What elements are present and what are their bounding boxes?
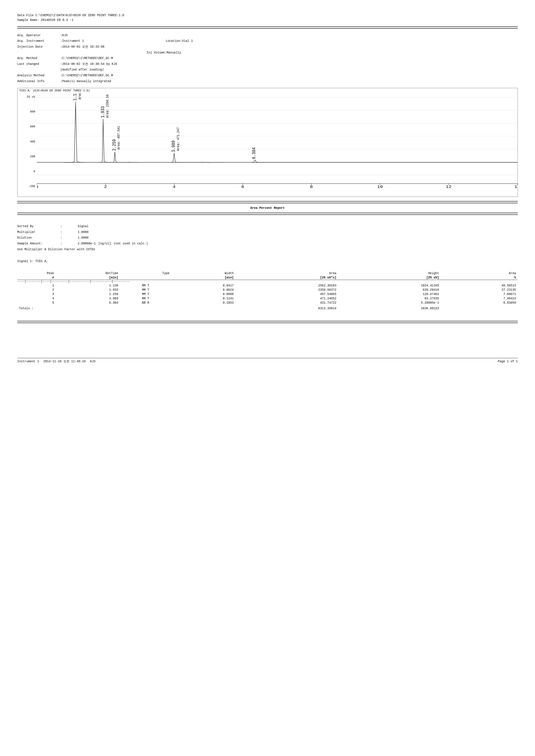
peak-rettime: 1.933 xyxy=(56,288,120,292)
instrument-info-block: Acq. Operator : KJS Acq. Instrument : In… xyxy=(17,33,518,84)
acq-operator-colon: : xyxy=(60,33,62,39)
injection-date-label: Injection Date xyxy=(17,44,60,50)
y-tick-1: 25 uV xyxy=(27,95,35,98)
footer-page-total: 1 xyxy=(516,360,518,363)
peak-width: 0.1241 xyxy=(171,296,236,301)
peak-rettime: 1.138 xyxy=(56,284,120,288)
inj-volume-value: Manually xyxy=(166,50,181,56)
sorted-by-label: Sorted By xyxy=(17,224,60,229)
acq-instrument-row: Acq. Instrument : Instrument 1 Location … xyxy=(17,38,518,44)
dilution-value: 1.0000 xyxy=(78,235,88,241)
footer-operator: KJS xyxy=(90,360,96,363)
table-row: 5 6.304 BB R 0.1853 431.74722 5.20005e-1… xyxy=(17,301,518,305)
dilution-label: Dilution xyxy=(17,235,60,241)
peak-height: 63.27935 xyxy=(338,296,441,301)
totals-height: 1836.89153 xyxy=(338,305,441,310)
main-content: Data File C:\CHEM32\1\DATA\KJS\0520 ER Z… xyxy=(17,13,518,354)
y-axis: 25 uV 800 600 400 200 0 -200 xyxy=(17,93,37,197)
use-multiplier-row: Use Multiplier & Dilution Factor with IS… xyxy=(17,247,518,252)
peak-height: 628.20410 xyxy=(338,288,441,292)
table-header-row: Peak RetTime Type Width Area Height Area xyxy=(17,271,518,275)
sorted-by-value: Signal xyxy=(78,224,88,229)
additional-info-colon: : xyxy=(60,78,62,84)
footer: Instrument 1 2014-11-10 오전 11:48:19 KJS … xyxy=(17,358,518,363)
peak-height: 1024.41345 xyxy=(338,284,441,288)
separator-top2 xyxy=(17,28,518,29)
report-title: Area Percent Report xyxy=(17,204,518,211)
last-changed-value: 2014-06-02 오전 10:30:54 by KJS xyxy=(62,61,117,67)
peak-area: 471.24652 xyxy=(236,296,338,301)
table-row: 3 2.259 MM T 0.0688 497.54065 120.47462 … xyxy=(17,292,518,296)
peak-height: 5.20005e-1 xyxy=(338,301,441,305)
acq-instrument-label: Acq. Instrument xyxy=(17,38,60,44)
peak-height: 120.47462 xyxy=(338,292,441,296)
separator-top xyxy=(17,27,518,27)
inj-volume-spacer xyxy=(17,50,147,56)
peak-rettime: 2.259 xyxy=(56,292,120,296)
svg-text:Area: 471.247: Area: 471.247 xyxy=(176,127,181,151)
svg-text:6: 6 xyxy=(241,185,244,188)
col-peak: Peak xyxy=(17,271,56,275)
table-row: 1 1.138 MM T 0.0417 2562.30103 1024.4134… xyxy=(17,284,518,288)
acq-operator-row: Acq. Operator : KJS xyxy=(17,33,518,39)
last-changed-note-row: (modified after loading) xyxy=(17,67,518,73)
last-changed-note: (modified after loading) xyxy=(60,67,104,73)
peak-area: 2350.56372 xyxy=(236,288,338,292)
chart-title: TCD1 A, (KJS\0520 ER ZERO POINT THREE-1.… xyxy=(17,88,518,93)
sep-before-report xyxy=(17,201,518,202)
sub-width: [min] xyxy=(171,275,236,280)
peak-area-pct: 7.88071 xyxy=(441,292,518,296)
svg-text:0: 0 xyxy=(37,185,39,188)
sub-peak: # xyxy=(17,275,56,280)
peak-type: MM T xyxy=(120,292,171,296)
injection-date-value: 2014-06-02 오전 10:33:06 xyxy=(62,44,148,50)
svg-text:1.138: 1.138 xyxy=(72,93,78,101)
footer-left: Instrument 1 2014-11-10 오전 11:48:19 KJS xyxy=(17,360,96,363)
peak-num: 2 xyxy=(17,288,56,292)
svg-text:3.989: 3.989 xyxy=(171,141,176,152)
dilution-colon: : xyxy=(60,235,78,241)
totals-foot: Totals : 6313.39914 1836.89153 xyxy=(17,305,518,310)
totals-area: 6313.39914 xyxy=(236,305,338,310)
injection-date-row: Injection Date : 2014-06-02 오전 10:33:06 xyxy=(17,44,518,50)
col-rettime: RetTime xyxy=(56,271,120,275)
additional-info-row: Additional Info : Peak(s) manually integ… xyxy=(17,78,518,84)
peak-type: MM T xyxy=(120,284,171,288)
sub-rettime: [min] xyxy=(56,275,120,280)
y-tick-5: 200 xyxy=(30,155,35,158)
footer-instrument: Instrument 1 xyxy=(17,360,39,363)
svg-text:Area: 2562.3: Area: 2562.3 xyxy=(78,93,82,99)
dilution-row: Dilution : 1.0000 xyxy=(17,235,518,241)
svg-text:6.304: 6.304 xyxy=(251,148,257,159)
table-row: 4 3.989 MM T 0.1241 471.24652 63.27935 7… xyxy=(17,296,518,301)
signal-label: Signal 1: TCD1 A, xyxy=(17,259,518,263)
svg-text:4: 4 xyxy=(173,185,176,188)
last-changed-note-spacer xyxy=(17,67,60,73)
table-subheader-row: # [min] [min] [25 uV*s] [25 uV] % xyxy=(17,275,518,280)
y-tick-6: 0 xyxy=(33,170,35,173)
peak-width: 0.0417 xyxy=(171,284,236,288)
multiplier-row: Multiplier : 1.0000 xyxy=(17,229,518,235)
footer-datetime: 2014-11-10 오전 11:48:19 xyxy=(43,360,86,363)
sub-area-pct: % xyxy=(441,275,518,280)
peak-type: MM T xyxy=(120,288,171,292)
svg-text:8: 8 xyxy=(310,185,313,188)
header-info: Data File C:\CHEM32\1\DATA\KJS\0520 ER Z… xyxy=(17,13,518,23)
analysis-method-value: C:\CHEM32\1\METHODS\DEF_GC.M xyxy=(62,73,113,78)
peak-num: 1 xyxy=(17,284,56,288)
peak-num: 5 xyxy=(17,301,56,305)
peak-area-pct: 7.46423 xyxy=(441,296,518,301)
col-height: Height xyxy=(338,271,441,275)
svg-text:Area: 2350.56: Area: 2350.56 xyxy=(105,94,110,118)
multiplier-colon: : xyxy=(60,229,78,235)
sample-name-line: Sample Name: 20140520 ER 0.3 -1 xyxy=(17,18,518,22)
inj-volume-row: Inj Volume : Manually xyxy=(17,50,518,56)
chart-svg: 1.138 Area: 2562.3 1.933 Area: 2350.56 2… xyxy=(37,93,518,188)
sorted-by-row: Sorted By : Signal xyxy=(17,224,518,229)
svg-text:10: 10 xyxy=(377,185,383,188)
svg-text:14: 14 xyxy=(514,185,518,188)
sub-type xyxy=(120,275,171,280)
injection-date-colon: : xyxy=(60,44,62,50)
svg-text:2: 2 xyxy=(104,185,107,188)
sep-before-report2 xyxy=(17,203,518,203)
